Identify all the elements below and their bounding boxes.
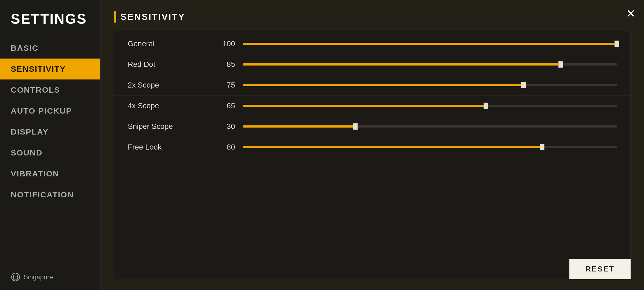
reset-button-container: RESET <box>569 259 631 279</box>
table-row: Sniper Scope 30 <box>114 116 630 137</box>
setting-value-free-look: 80 <box>214 143 235 151</box>
sidebar-item-sensitivity[interactable]: SENSITIVITY <box>0 59 100 79</box>
slider-fill-red-dot <box>243 63 561 66</box>
slider-track-red-dot <box>243 63 617 66</box>
settings-title: SETTINGS <box>0 5 100 38</box>
slider-fill-sniper-scope <box>243 125 355 128</box>
slider-fill-general <box>243 43 617 45</box>
sidebar: SETTINGS BASIC SENSITIVITY CONTROLS AUTO… <box>0 0 101 290</box>
slider-red-dot[interactable] <box>243 62 617 67</box>
slider-2x-scope[interactable] <box>243 83 617 87</box>
sidebar-item-sound[interactable]: SOUND <box>0 142 100 163</box>
slider-track-2x-scope <box>243 84 617 86</box>
close-button[interactable]: ✕ <box>621 4 640 23</box>
slider-thumb-sniper-scope[interactable] <box>353 123 358 130</box>
setting-value-2x-scope: 75 <box>214 81 235 89</box>
slider-track-sniper-scope <box>243 125 617 128</box>
section-indicator <box>114 11 116 23</box>
setting-label-free-look: Free Look <box>128 143 214 151</box>
sidebar-item-vibration[interactable]: VIBRATION <box>0 163 100 184</box>
slider-fill-2x-scope <box>243 84 524 86</box>
setting-value-4x-scope: 65 <box>214 102 235 110</box>
slider-general[interactable] <box>243 42 617 46</box>
slider-thumb-free-look[interactable] <box>540 144 544 150</box>
setting-label-general: General <box>128 39 214 48</box>
globe-icon <box>11 272 20 282</box>
sidebar-footer: Singapore <box>0 264 100 290</box>
section-title: SENSITIVITY <box>120 12 185 22</box>
slider-thumb-2x-scope[interactable] <box>521 82 526 88</box>
setting-value-sniper-scope: 30 <box>214 122 235 131</box>
slider-fill-free-look <box>243 146 542 148</box>
slider-sniper-scope[interactable] <box>243 124 617 129</box>
table-row: Red Dot 85 <box>114 54 630 75</box>
setting-label-sniper-scope: Sniper Scope <box>128 122 214 131</box>
slider-track-general <box>243 43 617 45</box>
slider-4x-scope[interactable] <box>243 104 617 108</box>
table-row: 4x Scope 65 <box>114 96 630 116</box>
setting-label-4x-scope: 4x Scope <box>128 102 214 110</box>
table-row: 2x Scope 75 <box>114 75 630 96</box>
setting-label-red-dot: Red Dot <box>128 60 214 69</box>
table-row: Free Look 80 <box>114 137 630 157</box>
main-content: SENSITIVITY General 100 Red Dot 85 <box>101 0 644 290</box>
sidebar-item-notification[interactable]: NOTIFICATION <box>0 184 100 205</box>
section-header: SENSITIVITY <box>114 11 631 23</box>
slider-track-free-look <box>243 146 617 148</box>
setting-label-2x-scope: 2x Scope <box>128 81 214 89</box>
slider-fill-4x-scope <box>243 105 486 107</box>
slider-free-look[interactable] <box>243 145 617 149</box>
setting-value-general: 100 <box>214 39 235 48</box>
setting-value-red-dot: 85 <box>214 60 235 69</box>
slider-track-4x-scope <box>243 105 617 107</box>
region-label: Singapore <box>24 273 53 281</box>
slider-thumb-4x-scope[interactable] <box>484 103 488 109</box>
table-row: General 100 <box>114 34 630 54</box>
reset-button[interactable]: RESET <box>569 259 631 279</box>
sidebar-item-controls[interactable]: CONTROLS <box>0 79 100 100</box>
sidebar-item-auto-pickup[interactable]: AUTO PICKUP <box>0 100 100 121</box>
slider-thumb-general[interactable] <box>614 41 619 47</box>
settings-panel: General 100 Red Dot 85 2x Scope <box>114 31 631 279</box>
sidebar-item-display[interactable]: DISPLAY <box>0 121 100 142</box>
slider-thumb-red-dot[interactable] <box>558 61 563 68</box>
sidebar-item-basic[interactable]: BASIC <box>0 38 100 59</box>
